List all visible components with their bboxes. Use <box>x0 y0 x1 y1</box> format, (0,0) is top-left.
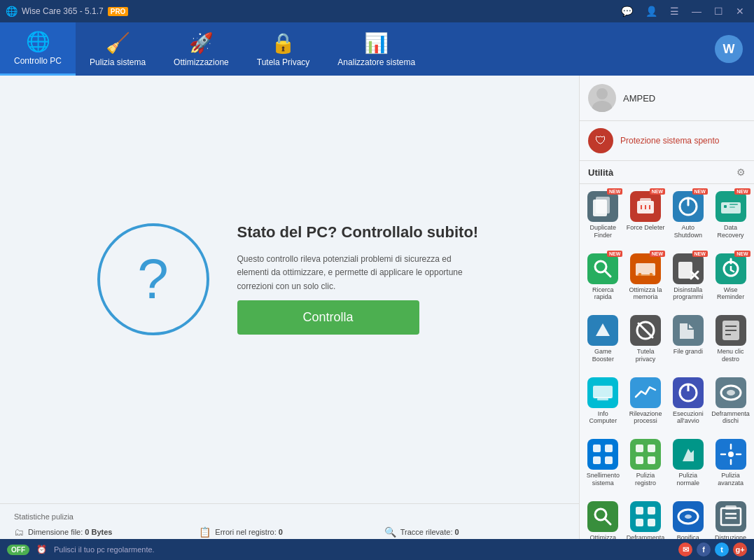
svg-rect-3 <box>596 197 610 214</box>
util-label-disinstalla-programmi: Disinstalla programmi <box>669 286 708 302</box>
util-icon-esecuzioni-avvio <box>673 377 704 408</box>
twitter-icon[interactable]: t <box>715 542 729 556</box>
util-label-file-grandi: File grandi <box>673 348 703 356</box>
util-label-ottimizza-memoria: Ottimizza la memoria <box>627 286 665 302</box>
util-label-rilevazione-processi: Rilevazione processi <box>627 410 665 426</box>
utility-pulizia-normale[interactable]: Pulizia normale <box>668 435 709 496</box>
protection-section[interactable]: 🛡 Protezione sistema spento <box>580 121 754 161</box>
toggle-off[interactable]: OFF <box>7 545 29 555</box>
svg-rect-54 <box>648 519 655 526</box>
utility-file-grandi[interactable]: File grandi <box>668 311 709 372</box>
utility-ricerca-rapida[interactable]: NEW Ricerca rapida <box>582 249 624 310</box>
new-badge: NEW <box>734 251 750 257</box>
utility-menu-clic-destro[interactable]: Menu clic destro <box>710 311 751 372</box>
nav-pulizia-sistema[interactable]: 🧹 Pulizia sistema <box>76 22 160 76</box>
svg-rect-47 <box>648 456 655 464</box>
svg-rect-43 <box>605 456 613 464</box>
file-icon: 🗂 <box>14 526 24 538</box>
stats-label: Statistiche pulizia <box>14 512 565 521</box>
svg-rect-44 <box>636 444 643 452</box>
utility-pulizia-registro[interactable]: Pulizia registro <box>625 435 666 496</box>
utility-wise-reminder[interactable]: NEW Wise Reminder <box>710 249 751 310</box>
facebook-icon[interactable]: f <box>697 542 711 556</box>
utilities-header: Utilità ⚙ <box>580 161 754 184</box>
svg-point-39 <box>727 390 735 396</box>
nav-label-controllo: Controllo PC <box>14 56 62 66</box>
close-button[interactable]: ✕ <box>732 4 748 18</box>
chat-icon[interactable]: 💬 <box>617 4 637 18</box>
util-label-info-computer: Info Computer <box>584 410 622 426</box>
svg-rect-46 <box>636 456 643 464</box>
user-section: AMPED <box>580 76 754 121</box>
util-icon-duplicate-finder: NEW <box>587 191 618 222</box>
util-label-snellimento-sistema: Snellimento sistema <box>584 472 622 487</box>
utility-esecuzioni-avvio[interactable]: Esecuzioni all'avvio <box>668 373 709 434</box>
googleplus-icon[interactable]: g+ <box>733 542 747 556</box>
stat-errori: 📋 Errori nel registro: 0 <box>199 526 379 538</box>
utility-snellimento-sistema[interactable]: Snellimento sistema <box>582 435 624 496</box>
utility-tutela-privacy[interactable]: Tutela privacy <box>625 311 666 372</box>
svg-rect-51 <box>636 507 643 514</box>
person-icon[interactable]: 👤 <box>641 4 662 18</box>
navbar-right: W <box>715 22 754 76</box>
nav-controllo-pc[interactable]: 🌐 Controllo PC <box>0 22 76 76</box>
util-label-data-recovery: Data Recovery <box>711 224 750 239</box>
utility-data-recovery[interactable]: NEW Data Recovery <box>710 187 751 248</box>
app-title: Wise Care 365 - 5.1.7 <box>22 6 104 16</box>
list-icon[interactable]: ☰ <box>666 4 683 18</box>
util-label-wise-reminder: Wise Reminder <box>711 286 750 302</box>
utility-pulizia-avanzata[interactable]: Pulizia avanzata <box>710 435 751 496</box>
utility-ottimizza-memoria[interactable]: NEW Ottimizza la memoria <box>625 249 666 310</box>
chart-icon: 📊 <box>364 31 389 55</box>
util-label-force-deleter: Force Deleter <box>627 224 665 232</box>
svg-rect-34 <box>597 398 608 400</box>
svg-point-1 <box>592 101 612 112</box>
svg-rect-60 <box>725 505 736 510</box>
utility-deframmentazione-dischi[interactable]: Deframmenta dischi <box>710 373 751 434</box>
svg-point-48 <box>728 451 734 457</box>
util-icon-info-computer <box>587 377 618 408</box>
check-button[interactable]: Controlla <box>237 300 419 335</box>
util-icon-force-deleter: NEW <box>630 191 661 222</box>
util-icon-pulizia-normale <box>673 439 704 470</box>
trace-icon: 🔍 <box>384 526 396 538</box>
user-avatar-nav[interactable]: W <box>715 35 743 63</box>
utility-disinstalla-programmi[interactable]: NEW Disinstalla programmi <box>668 249 709 310</box>
utility-force-deleter[interactable]: NEW Force Deleter <box>625 187 666 248</box>
nav-tutela-privacy[interactable]: 🔒 Tutela Privacy <box>243 22 324 76</box>
email-icon[interactable]: ✉ <box>678 542 692 556</box>
new-badge: NEW <box>692 188 708 195</box>
nav-ottimizzazione[interactable]: 🚀 Ottimizzazione <box>160 22 243 76</box>
util-icon-file-grandi <box>673 315 704 346</box>
gear-icon[interactable]: ⚙ <box>736 167 746 178</box>
avatar <box>588 84 616 112</box>
maximize-button[interactable]: ☐ <box>710 4 727 18</box>
nav-label-pulizia: Pulizia sistema <box>90 57 146 67</box>
bottom-bar: OFF ⏰ Pulisci il tuo pc regolarmente. ✉ … <box>0 539 754 560</box>
globe-icon: 🌐 <box>26 30 50 53</box>
new-badge: NEW <box>607 188 622 195</box>
brush-icon: 🧹 <box>106 31 130 55</box>
utility-auto-shutdown[interactable]: NEW Auto Shutdown <box>668 187 709 248</box>
util-icon-game-booster <box>587 315 618 346</box>
utility-duplicate-finder[interactable]: NEW Duplicate Finder <box>582 187 624 248</box>
util-label-pulizia-registro: Pulizia registro <box>627 472 665 487</box>
util-icon-disinstalla-programmi: NEW <box>673 253 704 284</box>
new-badge: NEW <box>734 188 750 195</box>
utility-game-booster[interactable]: Game Booster <box>582 311 624 372</box>
svg-rect-57 <box>721 508 741 525</box>
svg-line-28 <box>638 323 652 337</box>
center-content: ? Stato del PC? Controllalo subito! Ques… <box>0 76 579 503</box>
util-icon-pulizia-registro <box>630 439 661 470</box>
titlebar: 🌐 Wise Care 365 - 5.1.7 PRO 💬 👤 ☰ — ☐ ✕ <box>0 0 754 22</box>
util-icon-menu-clic-destro <box>715 315 746 346</box>
utility-rilevazione-processi[interactable]: Rilevazione processi <box>625 373 666 434</box>
util-icon-deframmentazione-dischi <box>715 377 746 408</box>
svg-rect-42 <box>593 456 601 464</box>
reminder-text: Pulisci il tuo pc regolarmente. <box>54 545 155 554</box>
nav-analizzatore[interactable]: 📊 Analizzatore sistema <box>323 22 429 76</box>
utility-info-computer[interactable]: Info Computer <box>582 373 624 434</box>
right-sidebar: AMPED 🛡 Protezione sistema spento Utilit… <box>579 76 754 560</box>
minimize-button[interactable]: — <box>687 4 706 18</box>
util-icon-snellimento-sistema <box>587 439 618 470</box>
